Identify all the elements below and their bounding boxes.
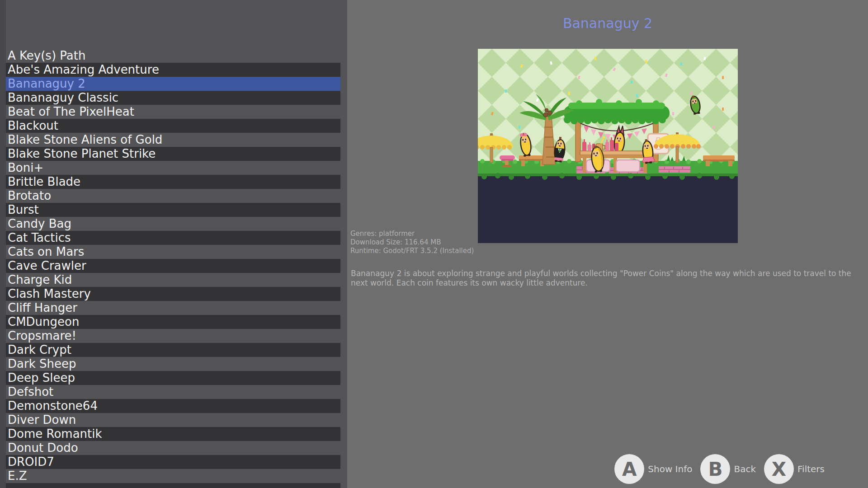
game-title: Bananaguy 2 [347,15,868,31]
list-item[interactable]: Bananaguy Classic [6,91,340,105]
list-item[interactable]: Brittle Blade [6,175,340,189]
list-item[interactable]: Charge Kid [6,273,340,287]
control-filters[interactable]: X Filters [764,454,825,484]
list-item[interactable]: Blake Stone Planet Strike [6,147,340,161]
meta-genres: Genres: platformer [350,230,474,238]
list-item[interactable]: Demonstone64 [6,399,340,413]
list-item[interactable]: Cats on Mars [6,245,340,259]
list-item[interactable]: Abe's Amazing Adventure [6,63,340,77]
list-item[interactable]: Candy Bag [6,217,340,231]
meta-runtime: Runtime: Godot/FRT 3.5.2 (Installed) [350,247,474,255]
game-detail-panel: Bananaguy 2 [347,0,868,488]
list-item[interactable]: Donut Dodo [6,441,340,455]
list-item[interactable]: Brotato [6,189,340,203]
game-description: Bananaguy 2 is about exploring strange a… [351,269,863,288]
list-item-partial[interactable] [6,483,340,488]
list-scrollbar-track[interactable] [0,0,6,488]
list-item[interactable]: Cave Crawler [6,259,340,273]
list-item[interactable]: Blake Stone Aliens of Gold [6,133,340,147]
control-label: Filters [797,464,825,474]
bar-counter [580,151,649,173]
list-item[interactable]: Dome Romantik [6,427,340,441]
control-show-info[interactable]: A Show Info [614,454,692,484]
game-meta: Genres: platformer Download Size: 116.64… [350,230,474,255]
list-item[interactable]: A Key(s) Path [6,49,340,63]
gamepad-a-button-icon: A [614,454,644,484]
list-item[interactable]: DROID7 [6,455,340,469]
list-item[interactable]: CMDungeon [6,315,340,329]
control-back[interactable]: B Back [700,454,756,484]
list-item[interactable]: Dark Sheep [6,357,340,371]
list-item[interactable]: Cliff Hanger [6,301,340,315]
list-item-selected[interactable]: Bananaguy 2 [6,77,340,91]
list-item[interactable]: Dark Crypt [6,343,340,357]
gamepad-b-button-icon: B [700,454,730,484]
list-item[interactable]: Diver Down [6,413,340,427]
underground [478,176,738,243]
game-list-panel: A Key(s) Path Abe's Amazing Adventure Ba… [0,0,347,488]
list-item[interactable]: Blackout [6,119,340,133]
list-item[interactable]: Cat Tactics [6,231,340,245]
control-label: Show Info [648,464,692,474]
list-item[interactable]: Deep Sleep [6,371,340,385]
list-item[interactable]: Burst [6,203,340,217]
portmaster-screen: A Key(s) Path Abe's Amazing Adventure Ba… [0,0,868,488]
list-item[interactable]: Clash Mastery [6,287,340,301]
control-label: Back [734,464,756,474]
gamepad-x-button-icon: X [764,454,794,484]
list-item[interactable]: Boni+ [6,161,340,175]
list-item[interactable]: Beat of The PixelHeat [6,105,340,119]
meta-download-size: Download Size: 116.64 MB [350,238,474,247]
controls-bar: A Show Info B Back X Filters [614,454,825,484]
list-item[interactable]: Defshot [6,385,340,399]
game-list: A Key(s) Path Abe's Amazing Adventure Ba… [6,49,340,488]
game-screenshot [478,49,738,243]
list-item[interactable]: Cropsmare! [6,329,340,343]
list-item[interactable]: E.Z [6,469,340,483]
